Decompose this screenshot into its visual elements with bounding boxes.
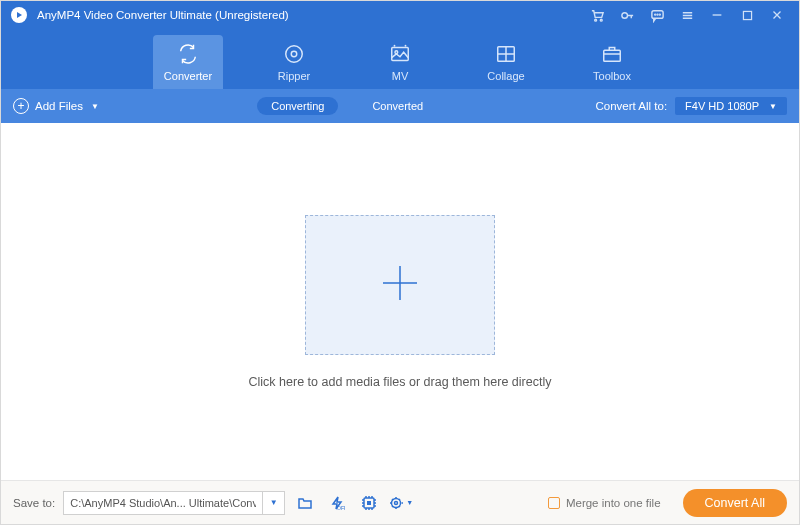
- svg-point-2: [600, 19, 602, 21]
- add-files-button[interactable]: + Add Files ▼: [13, 98, 99, 114]
- app-logo-icon: [9, 5, 29, 25]
- chevron-down-icon: ▼: [91, 102, 99, 111]
- svg-point-1: [594, 19, 596, 21]
- tab-label: Converter: [164, 70, 212, 82]
- save-path-input[interactable]: [63, 491, 263, 515]
- merge-checkbox[interactable]: Merge into one file: [548, 497, 661, 509]
- svg-rect-8: [743, 11, 751, 19]
- close-button[interactable]: [769, 7, 785, 23]
- add-files-label: Add Files: [35, 100, 83, 112]
- svg-point-6: [657, 14, 658, 15]
- minimize-button[interactable]: [709, 7, 725, 23]
- svg-point-21: [395, 501, 398, 504]
- feedback-icon[interactable]: [649, 7, 665, 23]
- mv-icon: [389, 43, 411, 67]
- convert-all-to-label: Convert All to:: [596, 100, 668, 112]
- maximize-button[interactable]: [739, 7, 755, 23]
- convert-all-to[interactable]: Convert All to: F4V HD 1080P ▼: [596, 97, 788, 115]
- svg-point-14: [405, 44, 407, 46]
- save-to-label: Save to:: [13, 497, 55, 509]
- secondary-bar: + Add Files ▼ Converting Converted Conve…: [1, 89, 799, 123]
- window-buttons: [575, 7, 799, 23]
- svg-rect-19: [367, 501, 371, 505]
- chevron-down-icon: ▼: [769, 102, 777, 111]
- menu-icon[interactable]: [679, 7, 695, 23]
- svg-point-5: [654, 14, 655, 15]
- convert-all-button[interactable]: Convert All: [683, 489, 787, 517]
- cart-icon[interactable]: [589, 7, 605, 23]
- chevron-down-icon: ▼: [406, 499, 413, 506]
- checkbox-icon: [548, 497, 560, 509]
- app-window: AnyMP4 Video Converter Ultimate (Unregis…: [0, 0, 800, 525]
- window-title: AnyMP4 Video Converter Ultimate (Unregis…: [37, 9, 575, 21]
- tab-mv[interactable]: MV: [365, 35, 435, 89]
- tab-collage[interactable]: Collage: [471, 35, 541, 89]
- tab-label: Ripper: [278, 70, 310, 82]
- converter-icon: [177, 43, 199, 67]
- output-format-value: F4V HD 1080P: [685, 100, 759, 112]
- main-tab-bar: Converter Ripper MV Collage Toolbox: [1, 29, 799, 89]
- drop-zone[interactable]: [305, 215, 495, 355]
- toolbox-icon: [601, 43, 623, 67]
- save-path-control: ▼: [63, 491, 285, 515]
- svg-point-9: [286, 45, 303, 62]
- tab-converted[interactable]: Converted: [358, 97, 437, 115]
- key-icon[interactable]: [619, 7, 635, 23]
- save-path-dropdown[interactable]: ▼: [263, 491, 285, 515]
- plus-circle-icon: +: [13, 98, 29, 114]
- hardware-accel-button[interactable]: OFF: [325, 491, 349, 515]
- tab-label: Collage: [487, 70, 524, 82]
- tab-label: MV: [392, 70, 409, 82]
- svg-point-13: [394, 44, 396, 46]
- merge-label: Merge into one file: [566, 497, 661, 509]
- open-folder-button[interactable]: [293, 491, 317, 515]
- title-bar: AnyMP4 Video Converter Ultimate (Unregis…: [1, 1, 799, 29]
- tab-toolbox[interactable]: Toolbox: [577, 35, 647, 89]
- footer-bar: Save to: ▼ OFF ▼ Merge into one file Con…: [1, 480, 799, 524]
- tab-converter[interactable]: Converter: [153, 35, 223, 89]
- settings-button[interactable]: ▼: [389, 491, 413, 515]
- collage-icon: [495, 43, 517, 67]
- tab-label: Toolbox: [593, 70, 631, 82]
- svg-point-7: [659, 14, 660, 15]
- gpu-button[interactable]: [357, 491, 381, 515]
- plus-icon: [375, 258, 425, 312]
- svg-text:OFF: OFF: [337, 505, 345, 511]
- ripper-icon: [283, 43, 305, 67]
- main-area: Click here to add media files or drag th…: [1, 123, 799, 480]
- tab-converting[interactable]: Converting: [257, 97, 338, 115]
- svg-point-3: [621, 12, 627, 18]
- svg-rect-16: [604, 50, 621, 61]
- output-format-selector[interactable]: F4V HD 1080P ▼: [675, 97, 787, 115]
- svg-point-10: [291, 51, 297, 57]
- tab-ripper[interactable]: Ripper: [259, 35, 329, 89]
- drop-message: Click here to add media files or drag th…: [249, 375, 552, 389]
- status-tabs: Converting Converted: [99, 97, 596, 115]
